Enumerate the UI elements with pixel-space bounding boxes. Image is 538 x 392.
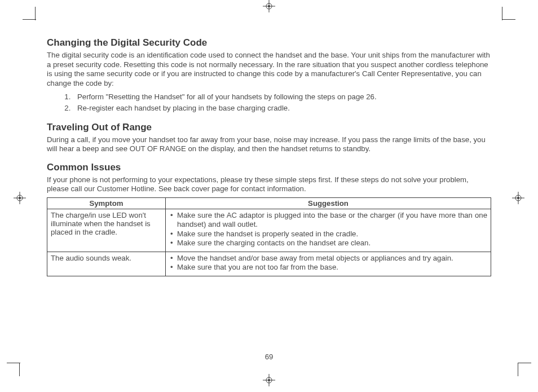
list-item: Perform "Resetting the Handset" for all … <box>73 91 491 103</box>
registration-mark-icon <box>263 374 275 386</box>
crop-mark <box>502 7 515 20</box>
cell-symptom: The charge/in use LED won't illuminate w… <box>47 209 166 252</box>
crop-mark <box>7 363 20 376</box>
body-out-of-range: During a call, if you move your handset … <box>47 135 491 154</box>
list-item: Make sure that you are not too far from … <box>169 263 487 272</box>
list-item: Make sure the handset is properly seated… <box>169 230 487 239</box>
list-item: Re-register each handset by placing in t… <box>73 103 491 114</box>
table-row: The charge/in use LED won't illuminate w… <box>47 209 491 252</box>
table-header-row: Symptom Suggestion <box>47 197 491 209</box>
table-row: The audio sounds weak. Move the handset … <box>47 252 491 276</box>
section-common-issues: Common Issues If your phone is not perfo… <box>47 162 491 276</box>
list-item: Move the handset and/or base away from m… <box>169 254 487 263</box>
list-item: Make sure the AC adaptor is plugged into… <box>169 211 487 230</box>
heading-out-of-range: Traveling Out of Range <box>47 122 491 133</box>
cell-symptom: The audio sounds weak. <box>47 252 166 276</box>
crop-mark <box>23 7 36 20</box>
body-common-issues: If your phone is not performing to your … <box>47 175 491 194</box>
body-security-code: The digital security code is an identifi… <box>47 51 491 88</box>
list-item: Make sure the charging contacts on the h… <box>169 239 487 248</box>
col-header-suggestion: Suggestion <box>166 197 491 209</box>
heading-security-code: Changing the Digital Security Code <box>47 37 491 49</box>
steps-security-code: Perform "Resetting the Handset" for all … <box>73 91 491 114</box>
registration-mark-icon <box>14 192 26 204</box>
section-out-of-range: Traveling Out of Range During a call, if… <box>47 122 491 154</box>
registration-mark-icon <box>512 192 524 204</box>
issues-table: Symptom Suggestion The charge/in use LED… <box>47 197 491 276</box>
cell-suggestion: Move the handset and/or base away from m… <box>166 252 491 276</box>
page-content: Changing the Digital Security Code The d… <box>47 37 491 284</box>
section-security-code: Changing the Digital Security Code The d… <box>47 37 491 114</box>
crop-mark <box>518 363 531 376</box>
registration-mark-icon <box>263 0 275 12</box>
cell-suggestion: Make sure the AC adaptor is plugged into… <box>166 209 491 252</box>
page-number: 69 <box>0 353 538 361</box>
heading-common-issues: Common Issues <box>47 162 491 173</box>
col-header-symptom: Symptom <box>47 197 166 209</box>
